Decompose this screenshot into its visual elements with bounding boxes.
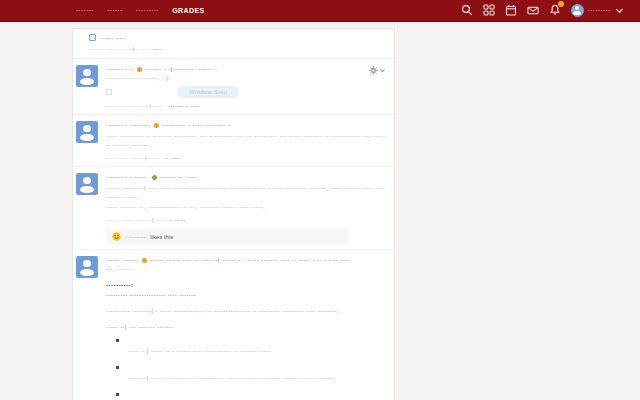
post-title-text: ---------- - ----- -------- - — [162, 122, 230, 128]
post-author-link[interactable]: --------- -, ------- - -| -------- -----… — [106, 66, 386, 72]
post-author-link[interactable]: --------- -------, ------- -- ----- — [106, 174, 386, 180]
calendar-icon[interactable] — [505, 4, 517, 16]
post-step-text: ----- --| --- ------- ------- — [106, 324, 386, 330]
tail-action-link[interactable]: ------ ----- — [100, 35, 126, 41]
meta-separator: · — [164, 103, 166, 109]
tail-like-link[interactable]: ----- — [151, 46, 162, 52]
bullet-icon — [116, 366, 119, 369]
bullet-list: ----- --| ----- ---- ------ ---- -------… — [116, 339, 386, 400]
post-timestamp: ---- -- ---- ---- --|-- -- — [106, 103, 162, 109]
bullet-text: ----- --| ----- ---- -------- ----------… — [116, 375, 386, 381]
meta-separator: · — [162, 155, 164, 161]
post-like-link[interactable]: - ----- — [170, 217, 185, 223]
author-avatar-icon[interactable] — [76, 121, 98, 143]
post-timestamp: - -- ----- ---- --|-- --- — [106, 155, 160, 161]
post-author-link[interactable]: --------- --------, ---------- - ----- -… — [106, 122, 386, 128]
post-body-text: ----- ---------- -- -------- ---------, … — [106, 132, 386, 150]
feed-post-1: --------- -, ------- - -| -------- -----… — [73, 58, 394, 114]
nav-item-3[interactable]: --------- — [136, 7, 159, 13]
post-body-text: ----- ------- --, -------------- -- --, … — [106, 203, 386, 212]
post-like-link[interactable]: - ----- — [166, 155, 181, 161]
tail-meta-text: ---- -- ---- ---- --|-- -- — [89, 46, 145, 52]
post-title-text: ------ ------, — [106, 257, 139, 263]
post-title-text: --------- -------, — [106, 174, 149, 180]
post-content: ------ ------, ------ ------ ---- -- ---… — [106, 256, 386, 400]
smiley-emoji-icon — [112, 232, 121, 241]
tail-meta: ---- -- ---- ---- --|-- -- · ----- — [89, 46, 388, 52]
bullet-icon — [116, 339, 119, 342]
meta-separator: · — [147, 46, 149, 52]
like-icon — [89, 34, 96, 41]
user-avatar-icon — [571, 4, 584, 17]
window-snip-tooltip: Window Snip — [178, 86, 238, 98]
list-item: ----- --| ----- ---- ------ ---- -------… — [116, 339, 386, 354]
emoji-icon — [152, 175, 157, 180]
app-header: ------- ------ --------- GRADES — [0, 0, 640, 22]
post-author-link[interactable]: ------ ------, ------ ------ ---- -- ---… — [106, 257, 386, 263]
post-options-button[interactable] — [369, 66, 385, 75]
post-body-text: ------ ---------| ---- ---- -------- ---… — [106, 184, 386, 202]
feed-panel: ------ ----- ---- -- ---- ---- --|-- -- … — [72, 28, 395, 400]
post-title-text: ------- -- ----- — [160, 174, 198, 180]
post-tail: ------ ----- ---- -- ---- ---- --|-- -- … — [73, 31, 394, 58]
nav-item-1[interactable]: ------- — [76, 7, 94, 13]
author-avatar-icon[interactable] — [76, 256, 98, 278]
post-subheading: --------- --------------- ---- ------- — [106, 292, 386, 298]
post-heading-bold: ----------: — [106, 282, 386, 288]
caret-down-icon — [380, 68, 385, 73]
post-title-text: ------- - -| -------- ------- - — [145, 66, 217, 72]
user-menu[interactable]: --------- — [571, 4, 624, 17]
post-like-link[interactable]: ------- - ----- — [168, 103, 201, 109]
visited-link[interactable]: ---------- --------| - ----- -----------… — [106, 308, 386, 314]
tail-action-row[interactable]: ------ ----- — [89, 34, 388, 41]
list-item: ----- --| ----- ---- -------- ----------… — [116, 366, 386, 381]
post-timestamp: ---- -- ----- ---- --|-- -- — [106, 217, 164, 223]
author-avatar-icon[interactable] — [76, 173, 98, 195]
post-subtitle: -/-, ------- — [106, 266, 386, 272]
likes-this-label: likes this — [150, 234, 173, 240]
bullet-text: ----- --| ----- ---- ------ ---- -------… — [116, 348, 386, 354]
emoji-icon — [137, 67, 142, 72]
post-meta: ---- -- ----- ---- --|-- -- · - ----- — [106, 217, 386, 223]
post-media-row: Window Snip — [106, 86, 386, 98]
liker-name-link[interactable]: - ------- — [125, 234, 146, 240]
author-avatar-icon[interactable] — [76, 65, 98, 87]
post-content: --------- -------, ------- -- ----- ----… — [106, 173, 386, 244]
list-item: --------- ---|- ------ ------- -------- … — [116, 393, 386, 400]
bullet-icon — [116, 393, 119, 396]
attached-image-thumbnail[interactable] — [106, 89, 112, 95]
feed-post-3: --------- -------, ------- -- ----- ----… — [73, 166, 394, 249]
post-meta: - -- ----- ---- --|-- --- · - ----- — [106, 155, 386, 161]
post-content: --------- --------, ---------- - ----- -… — [106, 121, 386, 161]
likes-banner: - ------- likes this — [106, 229, 348, 244]
post-subtitle: --------- ---- -------, -:|- — [106, 75, 386, 81]
user-name: --------- — [588, 7, 611, 13]
header-actions: --------- — [461, 4, 624, 17]
post-content: --------- -, ------- - -| -------- -----… — [106, 65, 386, 109]
post-title-text: ------ ------ ---- -- ----- -| ------ - … — [150, 257, 350, 263]
apps-grid-icon[interactable] — [483, 4, 495, 16]
post-meta: ---- -- ---- ---- --|-- -- · ------- - -… — [106, 103, 386, 109]
post-title-text: --------- -, — [106, 66, 134, 72]
nav-item-2[interactable]: ------ — [107, 7, 123, 13]
page-body: ------ ----- ---- -- ---- ---- --|-- -- … — [0, 28, 640, 400]
emoji-icon — [154, 123, 159, 128]
post-title-text: --------- --------, — [106, 122, 151, 128]
search-icon[interactable] — [461, 4, 473, 16]
emoji-icon — [142, 258, 147, 263]
gear-icon — [369, 66, 378, 75]
bell-icon[interactable] — [549, 4, 561, 16]
chevron-down-icon — [615, 6, 624, 15]
mail-icon[interactable] — [527, 4, 539, 16]
notification-badge — [558, 1, 564, 7]
nav-item-grades[interactable]: GRADES — [172, 7, 204, 14]
feed-post-4: ------ ------, ------ ------ ---- -- ---… — [73, 249, 394, 400]
meta-separator: · — [166, 217, 168, 223]
feed-post-2: --------- --------, ---------- - ----- -… — [73, 114, 394, 166]
